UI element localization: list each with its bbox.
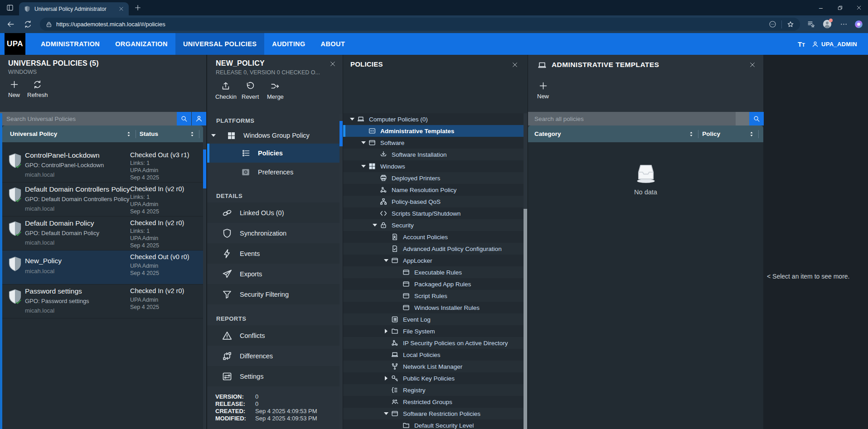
tree-item[interactable]: Software Restriction Policies xyxy=(343,408,524,419)
user-menu[interactable]: UPA_ADMIN xyxy=(811,40,857,48)
tree-item[interactable]: Deployed Printers xyxy=(343,172,524,184)
platform-policies-item[interactable]: Policies xyxy=(207,144,340,163)
policy-row[interactable]: Password settings GPO: Password settings… xyxy=(0,284,203,318)
checkin-button[interactable]: Checkin xyxy=(215,81,237,100)
column-universal-policy[interactable]: Universal Policy xyxy=(10,130,57,137)
tree-item[interactable]: File System xyxy=(343,325,524,337)
tree-item[interactable]: Advanced Audit Policy Configuration xyxy=(343,243,524,255)
collections-icon[interactable] xyxy=(807,20,815,29)
tree-item[interactable]: Scripts Startup/Shutdown xyxy=(343,207,524,219)
left-scroll-strip[interactable] xyxy=(0,113,2,429)
sort-icon[interactable] xyxy=(189,131,195,137)
details-exports[interactable]: Exports xyxy=(207,264,340,284)
policy-row[interactable]: Default Domain Policy GPO: Default Domai… xyxy=(0,217,203,251)
nav-item-about[interactable]: ABOUT xyxy=(313,33,353,55)
nav-item-organization[interactable]: ORGANIZATION xyxy=(107,33,175,55)
platform-windows-group-policy[interactable]: Windows Group Policy xyxy=(207,127,340,144)
restore-button[interactable] xyxy=(831,0,849,15)
refresh-policies-button[interactable]: Refresh xyxy=(27,80,48,98)
search-all-policies-input[interactable] xyxy=(528,112,736,125)
new-policy-button[interactable]: New xyxy=(8,80,20,98)
tree-item[interactable]: Name Resolution Policy xyxy=(343,184,524,196)
minimize-button[interactable]: – xyxy=(812,0,830,15)
tree-item[interactable]: Software xyxy=(343,137,524,149)
search-button[interactable] xyxy=(749,112,764,125)
scrollbar-thumb[interactable] xyxy=(339,121,343,146)
tree-item[interactable]: Packaged App Rules xyxy=(343,278,524,290)
tree-item[interactable]: Software Installation xyxy=(343,149,524,160)
scrollbar-thumb[interactable] xyxy=(203,149,206,188)
reports-conflicts[interactable]: Conflicts xyxy=(207,325,340,346)
copilot-icon[interactable] xyxy=(854,19,863,29)
list-scrollbar[interactable] xyxy=(203,142,206,429)
tree-item[interactable]: Security xyxy=(343,219,524,231)
caret-right-icon[interactable] xyxy=(385,329,388,333)
details-linked-ous[interactable]: Linked OUs (0) xyxy=(207,202,340,223)
tree-item[interactable]: Event Log xyxy=(343,313,524,325)
revert-button[interactable]: Revert xyxy=(242,81,259,100)
text-size-icon[interactable]: TT xyxy=(798,40,805,48)
tree-item[interactable]: Script Rules xyxy=(343,290,524,302)
tree-item[interactable]: Executable Rules xyxy=(343,266,524,278)
tree-item-selected[interactable]: Administrative Templates xyxy=(343,125,524,137)
tab-close-icon[interactable] xyxy=(118,6,124,12)
search-button[interactable] xyxy=(177,112,191,125)
tree-item[interactable]: Network List Manager xyxy=(343,361,524,372)
close-panel-icon[interactable] xyxy=(511,61,519,68)
search-policies-input[interactable] xyxy=(0,112,177,125)
platform-preferences-item[interactable]: Preferences xyxy=(207,163,340,182)
new-tab-icon[interactable] xyxy=(134,4,141,11)
owner-filter-button[interactable] xyxy=(192,112,206,125)
tree-item[interactable]: Default Security Level xyxy=(343,419,524,429)
settings-dots-icon[interactable] xyxy=(839,20,848,29)
nav-item-auditing[interactable]: AUDITING xyxy=(264,33,313,55)
policy-row[interactable]: Default Domain Controllers Policy GPO: D… xyxy=(0,183,203,217)
policy-row-selected[interactable]: New_Policy micah.local Checked Out (v0 r… xyxy=(0,251,203,284)
tree-item[interactable]: Policy-based QoS xyxy=(343,196,524,207)
caret-down-icon[interactable] xyxy=(361,165,366,168)
caret-right-icon[interactable] xyxy=(385,376,388,381)
column-category[interactable]: Category xyxy=(534,130,561,137)
back-icon[interactable] xyxy=(6,20,15,29)
tree-scrollbar[interactable] xyxy=(524,113,527,429)
details-security-filtering[interactable]: Security Filtering xyxy=(207,284,340,304)
sort-icon[interactable] xyxy=(126,131,132,137)
caret-down-icon[interactable] xyxy=(373,224,377,227)
detail-scrollbar[interactable] xyxy=(339,114,343,429)
tab-actions-icon[interactable] xyxy=(6,4,14,12)
tree-item[interactable]: Windows Installer Rules xyxy=(343,302,524,313)
refresh-icon[interactable] xyxy=(24,20,32,29)
caret-down-icon[interactable] xyxy=(211,134,216,137)
sort-icon[interactable] xyxy=(748,131,755,137)
reports-settings[interactable]: Settings xyxy=(207,366,340,386)
caret-down-icon[interactable] xyxy=(384,412,388,415)
caret-down-icon[interactable] xyxy=(384,259,388,262)
nav-item-administration[interactable]: ADMINISTRATION xyxy=(33,33,107,55)
nav-item-universal-policies[interactable]: UNIVERSAL POLICIES xyxy=(175,33,264,55)
tree-item[interactable]: Restricted Groups xyxy=(343,396,524,408)
close-panel-icon[interactable] xyxy=(749,61,756,68)
close-button[interactable] xyxy=(850,0,868,15)
column-status[interactable]: Status xyxy=(140,130,158,137)
profile-avatar[interactable] xyxy=(822,19,832,29)
tree-item[interactable]: AppLocker xyxy=(343,255,524,266)
browser-tab[interactable]: Universal Policy Administrator xyxy=(19,2,129,15)
caret-down-icon[interactable] xyxy=(350,118,354,121)
details-synchronization[interactable]: Synchronization xyxy=(207,223,340,243)
page-actions-icon[interactable] xyxy=(768,20,777,29)
details-events[interactable]: Events xyxy=(207,243,340,264)
reports-differences[interactable]: Differences xyxy=(207,346,340,366)
tree-item[interactable]: Account Policies xyxy=(343,231,524,243)
sort-icon[interactable] xyxy=(688,131,694,137)
close-panel-icon[interactable] xyxy=(329,60,336,67)
tree-item[interactable]: Computer Policies (0) xyxy=(343,113,524,125)
tree-item[interactable]: IP Security Policies on Active Directory xyxy=(343,337,524,349)
tree-item[interactable]: Registry xyxy=(343,384,524,396)
new-template-button[interactable]: New xyxy=(537,81,549,100)
caret-down-icon[interactable] xyxy=(361,141,366,144)
scrollbar-thumb[interactable] xyxy=(524,209,527,429)
merge-button[interactable]: Merge xyxy=(267,81,284,100)
tree-item[interactable]: Public Key Policies xyxy=(343,372,524,384)
policy-row[interactable]: ControlPanel-Lockdown GPO: ControlPanel-… xyxy=(0,149,203,183)
tree-item[interactable]: Windows xyxy=(343,160,524,172)
